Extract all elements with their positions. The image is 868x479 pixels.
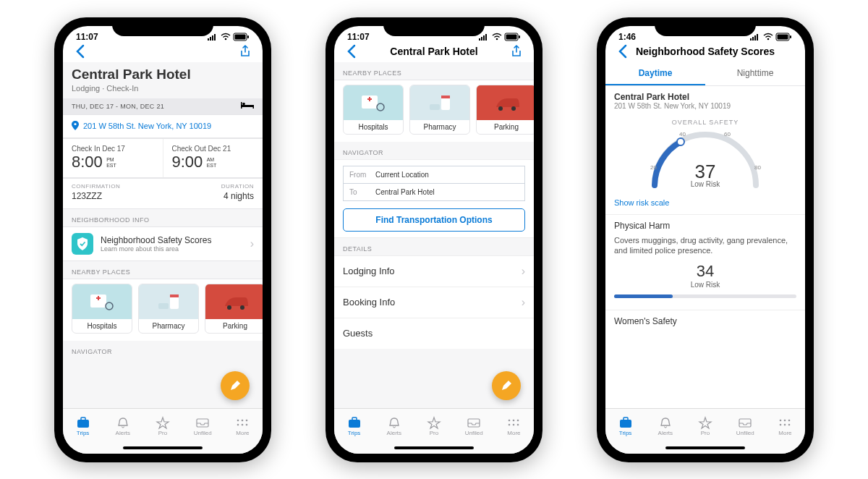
bed-icon — [241, 102, 254, 111]
svg-rect-2 — [212, 35, 213, 41]
svg-rect-71 — [624, 417, 628, 420]
battery-icon — [776, 33, 792, 41]
chevron-right-icon: › — [250, 237, 254, 250]
place-pharmacy[interactable]: Pharmacy — [409, 85, 470, 135]
more-icon — [778, 417, 792, 428]
detail-booking[interactable]: Booking Info› — [334, 287, 534, 318]
tab-more[interactable]: More — [494, 409, 534, 445]
svg-point-46 — [498, 106, 503, 111]
wifi-icon — [221, 33, 231, 41]
cellular-signal-icon — [208, 33, 218, 41]
tab-pro[interactable]: Pro — [414, 409, 454, 445]
place-hospitals[interactable]: Hospitals — [343, 85, 404, 135]
svg-rect-23 — [81, 417, 85, 420]
suitcase-icon — [76, 417, 90, 428]
wifi-icon — [492, 33, 502, 41]
status-time: 11:07 — [76, 32, 98, 42]
svg-rect-63 — [778, 34, 788, 39]
location-pin-icon — [72, 121, 79, 132]
inbox-icon — [467, 417, 481, 428]
neighborhood-safety-row[interactable]: Neighborhood Safety Scores Learn more ab… — [63, 226, 263, 261]
tab-daytime[interactable]: Daytime — [605, 62, 705, 85]
phone-3-screen: 1:46 Neighborhood Safety Scores Daytime … — [605, 26, 805, 454]
tab-trips[interactable]: Trips — [334, 409, 374, 445]
place-label: Pharmacy — [423, 120, 456, 134]
svg-point-78 — [788, 424, 791, 426]
cellular-signal-icon — [750, 33, 760, 41]
svg-rect-33 — [483, 35, 485, 41]
place-label: Parking — [494, 120, 519, 134]
svg-point-55 — [513, 424, 515, 426]
checkout-label: Check Out Dec 21 — [172, 145, 255, 153]
back-button[interactable] — [72, 45, 89, 58]
svg-point-65 — [677, 138, 684, 145]
date-strip: THU, DEC 17 - MON, DEC 21 — [63, 98, 263, 114]
bell-icon — [387, 417, 401, 428]
edit-fab[interactable] — [221, 371, 250, 400]
parking-icon — [205, 284, 263, 319]
detail-guests[interactable]: Guests› — [334, 318, 534, 349]
edit-fab[interactable] — [492, 371, 521, 400]
share-button[interactable] — [508, 45, 525, 58]
home-indicator[interactable] — [123, 446, 203, 449]
detail-lodging[interactable]: Lodging Info› — [334, 255, 534, 287]
svg-rect-1 — [210, 37, 211, 41]
svg-rect-3 — [214, 34, 216, 41]
nearby-places-row: Hospitals Pharmacy Parking — [334, 80, 534, 142]
svg-rect-57 — [750, 38, 752, 41]
tab-trips[interactable]: Trips — [63, 409, 103, 445]
tab-pro[interactable]: Pro — [142, 409, 182, 445]
phone-2-screen: 11:07 Central Park Hotel NEARBY PLACES H… — [334, 26, 534, 454]
details-header: DETAILS — [334, 238, 534, 255]
svg-point-74 — [784, 420, 786, 422]
place-label: Pharmacy — [152, 319, 184, 333]
hospital-icon — [72, 284, 132, 319]
status-indicators — [479, 33, 521, 41]
navigator-header: NAVIGATOR — [63, 341, 263, 358]
share-button[interactable] — [237, 45, 254, 58]
place-hospitals[interactable]: Hospitals — [72, 284, 132, 334]
nearby-places-row: Hospitals Pharmacy Parking — [63, 279, 263, 341]
back-button[interactable] — [614, 45, 631, 58]
place-pharmacy[interactable]: Pharmacy — [138, 284, 199, 334]
tab-pro[interactable]: Pro — [685, 409, 725, 445]
pharmacy-icon — [139, 284, 198, 319]
nearby-header: NEARBY PLACES — [334, 62, 534, 80]
duration-label: DURATION — [221, 183, 254, 190]
svg-rect-37 — [506, 34, 517, 39]
tab-alerts[interactable]: Alerts — [645, 409, 685, 445]
home-indicator[interactable] — [394, 446, 474, 449]
navigator-from-field[interactable]: From Current Location — [343, 166, 525, 184]
star-icon — [698, 417, 712, 428]
place-parking[interactable]: Parking — [205, 284, 263, 334]
tab-more[interactable]: More — [223, 409, 263, 445]
tab-nighttime[interactable]: Nighttime — [705, 62, 805, 85]
tab-more[interactable]: More — [765, 409, 805, 445]
svg-rect-18 — [170, 294, 179, 297]
svg-rect-58 — [752, 37, 754, 41]
tab-alerts[interactable]: Alerts — [374, 409, 414, 445]
harm-title: Physical Harm — [614, 221, 796, 231]
svg-point-29 — [242, 424, 244, 426]
tab-trips[interactable]: Trips — [605, 409, 645, 445]
show-risk-scale-link[interactable]: Show risk scale — [605, 194, 805, 214]
tab-unfiled[interactable]: Unfiled — [183, 409, 223, 445]
back-button[interactable] — [343, 45, 360, 58]
svg-point-77 — [784, 424, 786, 426]
tab-unfiled[interactable]: Unfiled — [726, 409, 765, 445]
svg-rect-41 — [369, 97, 370, 101]
svg-point-26 — [242, 420, 244, 422]
address-text: 201 W 58th St. New York, NY 10019 — [83, 122, 211, 130]
address-row[interactable]: 201 W 58th St. New York, NY 10019 — [63, 114, 263, 138]
home-indicator[interactable] — [665, 446, 745, 449]
place-label: Hospitals — [87, 319, 116, 333]
place-parking[interactable]: Parking — [476, 85, 534, 135]
tab-unfiled[interactable]: Unfiled — [454, 409, 494, 445]
tab-alerts[interactable]: Alerts — [103, 409, 142, 445]
battery-icon — [505, 33, 521, 41]
harm-value: 34 — [614, 262, 796, 281]
overall-safety-gauge: OVERALL SAFETY 20 40 60 80 37 Low Risk — [605, 116, 805, 194]
navigator-to-field[interactable]: To Central Park Hotel — [343, 184, 525, 201]
svg-rect-34 — [485, 34, 487, 41]
find-transportation-button[interactable]: Find Transportation Options — [343, 208, 525, 232]
